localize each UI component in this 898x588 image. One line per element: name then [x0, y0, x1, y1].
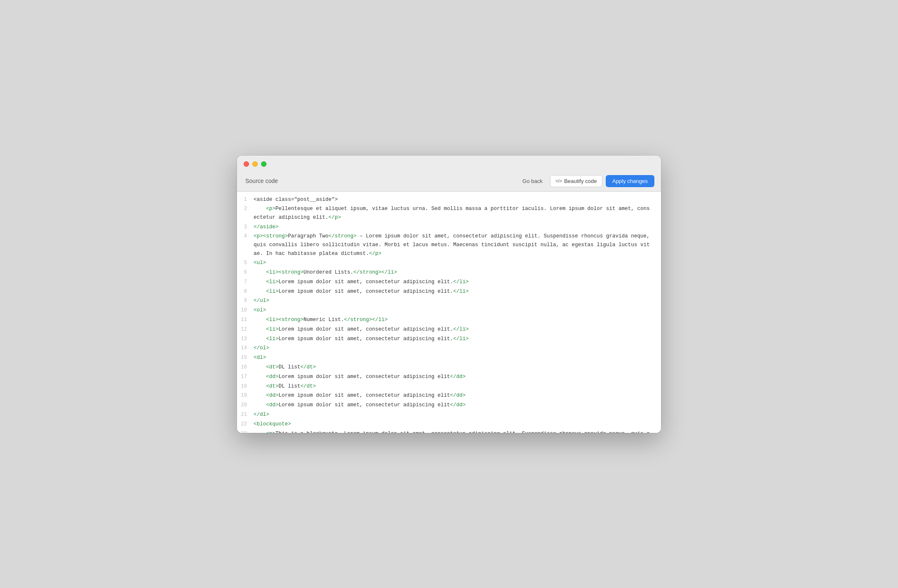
line-number: 13 — [237, 335, 254, 343]
line-content: <dl> — [254, 353, 661, 362]
toolbar-title: Source code — [245, 178, 278, 184]
code-line: 7 <li>Lorem ipsum dolor sit amet, consec… — [237, 277, 661, 287]
line-number: 1 — [237, 195, 254, 204]
line-content: <dd>Lorem ipsum dolor sit amet, consecte… — [254, 373, 661, 381]
line-number: 5 — [237, 259, 254, 267]
code-line: 5<ul> — [237, 258, 661, 268]
code-line: 16 <dt>DL list</dt> — [237, 363, 661, 372]
line-number: 7 — [237, 278, 254, 287]
line-content: <ul> — [254, 259, 661, 267]
code-line: 6 <li><strong>Unordered Lists.</strong><… — [237, 268, 661, 277]
line-number: 12 — [237, 325, 254, 334]
line-content: <ol> — [254, 306, 661, 315]
line-number: 9 — [237, 296, 254, 305]
code-line: 4<p><strong>Paragraph Two</strong> – Lor… — [237, 232, 661, 258]
line-content: <li>Lorem ipsum dolor sit amet, consecte… — [254, 278, 661, 287]
line-number: 23 — [237, 430, 254, 433]
line-content: </aside> — [254, 223, 661, 232]
line-number: 4 — [237, 232, 254, 241]
code-line: 23 <p>This is a blockquote. Lorem ipsum … — [237, 429, 661, 433]
line-content: <dd>Lorem ipsum dolor sit amet, consecte… — [254, 401, 661, 410]
line-content: </dl> — [254, 410, 661, 419]
line-content: </ol> — [254, 344, 661, 353]
code-line: 20 <dd>Lorem ipsum dolor sit amet, conse… — [237, 400, 661, 410]
code-lines: 1<aside class="post__aside">2 <p>Pellent… — [237, 195, 661, 433]
toolbar-actions: Go back </> Beautify code Apply changes — [518, 175, 654, 187]
code-line: 12 <li>Lorem ipsum dolor sit amet, conse… — [237, 325, 661, 334]
code-line: 3</aside> — [237, 222, 661, 232]
code-line: 8 <li>Lorem ipsum dolor sit amet, consec… — [237, 287, 661, 296]
line-content: <p>This is a blockquote. Lorem ipsum dol… — [254, 430, 661, 433]
line-number: 22 — [237, 420, 254, 429]
line-number: 3 — [237, 223, 254, 232]
line-content: <li><strong>Numeric List.</strong></li> — [254, 316, 661, 324]
line-number: 16 — [237, 363, 254, 372]
line-content: <li>Lorem ipsum dolor sit amet, consecte… — [254, 335, 661, 343]
line-number: 19 — [237, 391, 254, 400]
code-editor[interactable]: 1<aside class="post__aside">2 <p>Pellent… — [237, 192, 661, 433]
line-content: <dt>DL list</dt> — [254, 363, 661, 372]
line-content: <li>Lorem ipsum dolor sit amet, consecte… — [254, 287, 661, 296]
maximize-button[interactable] — [261, 161, 266, 167]
line-number: 21 — [237, 410, 254, 419]
minimize-button[interactable] — [252, 161, 258, 167]
code-line: 14</ol> — [237, 343, 661, 353]
code-line: 13 <li>Lorem ipsum dolor sit amet, conse… — [237, 334, 661, 344]
line-number: 20 — [237, 401, 254, 410]
traffic-lights — [244, 161, 654, 167]
line-number: 14 — [237, 344, 254, 353]
line-content: </ul> — [254, 296, 661, 305]
beautify-button[interactable]: </> Beautify code — [550, 175, 602, 187]
line-content: <dd>Lorem ipsum dolor sit amet, consecte… — [254, 391, 661, 400]
line-content: <li><strong>Unordered Lists.</strong></l… — [254, 268, 661, 277]
line-content: <blockquote> — [254, 420, 661, 429]
code-line: 18 <dt>DL list</dt> — [237, 382, 661, 391]
code-line: 17 <dd>Lorem ipsum dolor sit amet, conse… — [237, 372, 661, 382]
code-line: 1<aside class="post__aside"> — [237, 195, 661, 205]
close-button[interactable] — [244, 161, 249, 167]
line-content: <p><strong>Paragraph Two</strong> – Lore… — [254, 232, 661, 258]
code-line: 9</ul> — [237, 296, 661, 306]
line-number: 11 — [237, 316, 254, 324]
beautify-icon: </> — [555, 178, 562, 183]
code-line: 19 <dd>Lorem ipsum dolor sit amet, conse… — [237, 391, 661, 400]
code-line: 22<blockquote> — [237, 420, 661, 429]
beautify-label: Beautify code — [564, 178, 597, 184]
line-number: 2 — [237, 205, 254, 213]
line-content: <li>Lorem ipsum dolor sit amet, consecte… — [254, 325, 661, 334]
toolbar: Source code Go back </> Beautify code Ap… — [244, 172, 654, 191]
line-content: <dt>DL list</dt> — [254, 382, 661, 391]
apply-changes-button[interactable]: Apply changes — [606, 175, 654, 187]
go-back-button[interactable]: Go back — [518, 175, 547, 187]
title-bar: Source code Go back </> Beautify code Ap… — [237, 156, 661, 192]
line-number: 18 — [237, 382, 254, 391]
code-line: 2 <p>Pellentesque et aliquet ipsum, vita… — [237, 204, 661, 222]
line-number: 15 — [237, 353, 254, 362]
line-content: <p>Pellentesque et aliquet ipsum, vitae … — [254, 205, 661, 222]
window: Source code Go back </> Beautify code Ap… — [237, 156, 661, 433]
code-line: 11 <li><strong>Numeric List.</strong></l… — [237, 315, 661, 325]
line-number: 8 — [237, 287, 254, 296]
code-line: 21</dl> — [237, 410, 661, 420]
line-number: 17 — [237, 373, 254, 381]
line-number: 6 — [237, 268, 254, 277]
line-content: <aside class="post__aside"> — [254, 195, 661, 204]
code-line: 15<dl> — [237, 353, 661, 363]
code-line: 10<ol> — [237, 306, 661, 315]
desktop: Source code Go back </> Beautify code Ap… — [0, 0, 898, 588]
line-number: 10 — [237, 306, 254, 315]
